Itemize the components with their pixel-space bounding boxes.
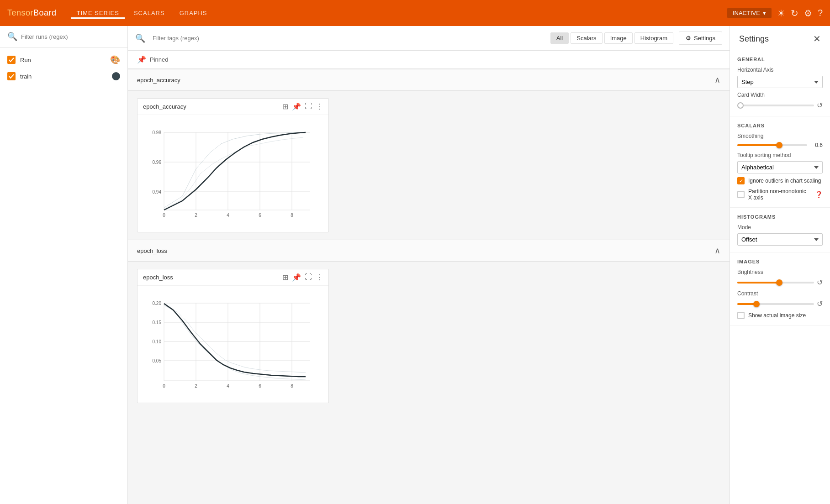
collapse-loss-icon[interactable]: ∧ xyxy=(714,246,720,256)
partition-checkbox[interactable] xyxy=(737,191,745,198)
svg-text:0.10: 0.10 xyxy=(153,339,162,344)
tooltip-sort-select[interactable]: Alphabetical Ascending Descending Defaul… xyxy=(737,161,823,173)
charts-grid-accuracy: epoch_accuracy ⊞ 📌 ⛶ ⋮ xyxy=(128,91,730,240)
nav-right: INACTIVE ▾ ☀ ↻ ⚙ ? xyxy=(727,8,823,19)
checkmark-icon xyxy=(9,57,14,63)
contrast-slider-row: ↺ xyxy=(737,299,823,308)
card-width-reset-icon[interactable]: ↺ xyxy=(817,101,823,110)
tooltip-label: Tooltip sorting method xyxy=(737,152,823,158)
settings-panel-title: Settings xyxy=(739,34,769,44)
svg-text:6: 6 xyxy=(259,213,261,218)
partition-row[interactable]: Partition non-monotonic X axis ❓ xyxy=(737,188,823,201)
brightness-slider-row: ↺ xyxy=(737,278,823,287)
card-width-track[interactable] xyxy=(737,105,814,106)
search-icon: 🔍 xyxy=(7,31,17,42)
chart-card-header-loss: epoch_loss ⊞ 📌 ⛶ ⋮ xyxy=(137,269,328,286)
chart-card-header-accuracy: epoch_accuracy ⊞ 📌 ⛶ ⋮ xyxy=(137,99,328,115)
help-icon[interactable]: ? xyxy=(818,8,823,18)
tag-search-input[interactable] xyxy=(153,35,545,42)
run-checkbox-run[interactable] xyxy=(7,56,16,64)
settings-images: IMAGES Brightness ↺ Contrast ↺ Show actu xyxy=(730,252,830,326)
charts-grid-loss: epoch_loss ⊞ 📌 ⛶ ⋮ xyxy=(128,262,730,410)
histogram-mode-select[interactable]: Offset Overlay xyxy=(737,233,823,246)
filter-buttons: All Scalars Image Histogram xyxy=(550,32,673,44)
filter-all[interactable]: All xyxy=(550,32,569,44)
pin-chart-icon[interactable]: 📌 xyxy=(292,102,301,111)
settings-button-label: Settings xyxy=(694,35,715,42)
contrast-label: Contrast xyxy=(737,290,823,297)
brightness-thumb[interactable] xyxy=(776,279,782,286)
fit-chart-loss-icon[interactable]: ⊞ xyxy=(282,273,288,282)
svg-text:0.15: 0.15 xyxy=(153,320,162,325)
svg-text:2: 2 xyxy=(195,213,197,218)
brightness-track[interactable] xyxy=(737,282,814,284)
card-width-label: Card Width xyxy=(737,92,823,98)
svg-text:4: 4 xyxy=(227,383,229,388)
ignore-outliers-checkbox[interactable] xyxy=(737,177,745,184)
nav-graphs[interactable]: GRAPHS xyxy=(174,8,213,19)
contrast-thumb[interactable] xyxy=(753,301,760,307)
logo-tensor: Tensor xyxy=(7,8,33,17)
run-search-input[interactable] xyxy=(21,33,120,40)
svg-text:6: 6 xyxy=(259,383,261,388)
svg-text:8: 8 xyxy=(291,213,293,218)
filter-image[interactable]: Image xyxy=(604,32,633,44)
expand-chart-loss-icon[interactable]: ⛶ xyxy=(305,273,312,282)
card-width-thumb[interactable] xyxy=(737,102,744,109)
svg-text:0: 0 xyxy=(163,383,165,388)
settings-button[interactable]: ⚙ Settings xyxy=(679,31,722,45)
section-title-loss: epoch_loss xyxy=(137,247,167,254)
smoothing-thumb[interactable] xyxy=(776,142,782,148)
show-actual-size-checkbox[interactable] xyxy=(737,312,745,319)
general-section-title: GENERAL xyxy=(737,57,823,62)
ignore-outliers-row[interactable]: Ignore outliers in chart scaling xyxy=(737,177,823,184)
smoothing-track[interactable] xyxy=(737,144,807,146)
partition-label: Partition non-monotonic X axis xyxy=(748,188,810,201)
logo-board: Board xyxy=(33,8,57,17)
chart-actions-accuracy: ⊞ 📌 ⛶ ⋮ xyxy=(282,102,323,111)
fit-chart-icon[interactable]: ⊞ xyxy=(282,102,288,111)
brightness-reset-icon[interactable]: ↺ xyxy=(817,278,823,287)
filter-scalars[interactable]: Scalars xyxy=(571,32,602,44)
svg-text:0.96: 0.96 xyxy=(153,160,162,165)
brightness-icon[interactable]: ☀ xyxy=(777,8,785,19)
horizontal-axis-label: Horizontal Axis xyxy=(737,67,823,73)
svg-text:8: 8 xyxy=(291,383,293,388)
filter-histogram[interactable]: Histogram xyxy=(634,32,673,44)
settings-panel-header: Settings ✕ xyxy=(730,26,830,50)
more-options-icon[interactable]: ⋮ xyxy=(316,102,323,111)
settings-gear-icon: ⚙ xyxy=(686,35,691,42)
run-item-train[interactable]: train xyxy=(0,68,127,84)
chevron-down-icon: ▾ xyxy=(763,10,766,16)
contrast-reset-icon[interactable]: ↺ xyxy=(817,299,823,308)
pinned-bar: 📌 Pinned xyxy=(128,51,730,69)
main-toolbar: 🔍 All Scalars Image Histogram ⚙ Settings xyxy=(128,26,730,51)
run-list: Run 🎨 train xyxy=(0,47,127,88)
svg-text:4: 4 xyxy=(227,213,229,218)
brightness-label: Brightness xyxy=(737,269,823,275)
smoothing-fill xyxy=(737,144,779,146)
run-item-run[interactable]: Run 🎨 xyxy=(0,51,127,68)
show-actual-size-row[interactable]: Show actual image size xyxy=(737,312,823,319)
status-badge[interactable]: INACTIVE ▾ xyxy=(727,8,772,18)
svg-text:0.94: 0.94 xyxy=(153,189,162,194)
nav-time-series[interactable]: TIME SERIES xyxy=(71,8,125,19)
mode-label: Mode xyxy=(737,224,823,231)
card-width-row: ↺ xyxy=(737,101,823,110)
contrast-track[interactable] xyxy=(737,303,814,305)
settings-icon[interactable]: ⚙ xyxy=(804,8,812,19)
nav-scalars[interactable]: SCALARS xyxy=(128,8,170,19)
run-color-dot-train xyxy=(112,72,120,80)
run-checkbox-train[interactable] xyxy=(7,72,16,80)
refresh-icon[interactable]: ↻ xyxy=(791,8,798,19)
run-label-run: Run xyxy=(20,57,106,63)
partition-help-icon[interactable]: ❓ xyxy=(815,191,823,198)
more-options-loss-icon[interactable]: ⋮ xyxy=(316,273,323,282)
collapse-accuracy-icon[interactable]: ∧ xyxy=(714,75,720,85)
app-logo: TensorBoard xyxy=(7,8,57,18)
expand-chart-icon[interactable]: ⛶ xyxy=(305,102,312,111)
section-epoch-loss: epoch_loss ∧ epoch_loss ⊞ 📌 ⛶ ⋮ xyxy=(128,240,730,410)
pin-chart-loss-icon[interactable]: 📌 xyxy=(292,273,301,282)
close-settings-button[interactable]: ✕ xyxy=(813,33,821,44)
horizontal-axis-select[interactable]: Step Relative Wall xyxy=(737,76,823,88)
